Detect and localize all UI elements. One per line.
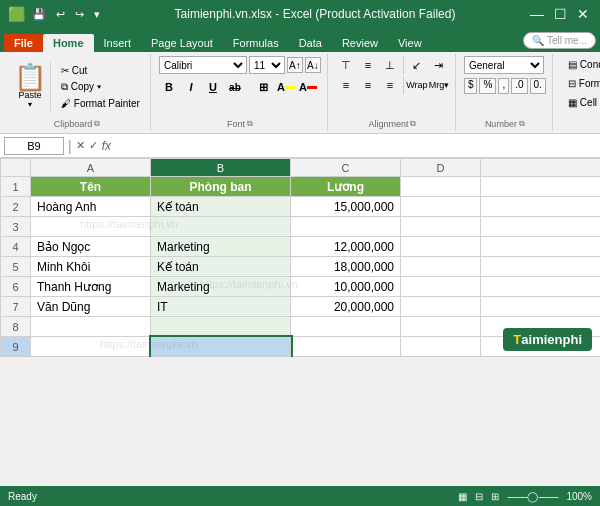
maximize-btn[interactable]: ☐ bbox=[551, 7, 570, 21]
format-as-table-button[interactable]: ⊟ Format as Table ▾ bbox=[561, 75, 600, 92]
align-middle-button[interactable]: ≡ bbox=[358, 56, 378, 74]
zoom-slider[interactable]: ——◯—— bbox=[507, 491, 558, 502]
cell-e4[interactable] bbox=[481, 237, 601, 257]
minimize-btn[interactable]: — bbox=[527, 7, 547, 21]
cell-b6[interactable]: Marketing bbox=[151, 277, 291, 297]
cell-e1[interactable] bbox=[481, 177, 601, 197]
cell-e2[interactable] bbox=[481, 197, 601, 217]
underline-button[interactable]: U bbox=[203, 78, 223, 96]
cell-d8[interactable] bbox=[401, 317, 481, 337]
cell-c8[interactable] bbox=[291, 317, 401, 337]
copy-button[interactable]: ⧉ Copy ▾ bbox=[57, 79, 144, 95]
quick-save[interactable]: 💾 bbox=[29, 7, 49, 22]
cell-b9[interactable] bbox=[151, 337, 291, 357]
confirm-btn[interactable]: ✓ bbox=[89, 139, 98, 152]
cancel-btn[interactable]: ✕ bbox=[76, 139, 85, 152]
cut-button[interactable]: ✂ Cut bbox=[57, 63, 144, 78]
cell-e6[interactable] bbox=[481, 277, 601, 297]
format-painter-button[interactable]: 🖌 Format Painter bbox=[57, 96, 144, 111]
cell-c4[interactable]: 12,000,000 bbox=[291, 237, 401, 257]
number-expand[interactable]: ⧉ bbox=[519, 119, 525, 129]
cell-b3[interactable] bbox=[151, 217, 291, 237]
indent-button[interactable]: ⇥ bbox=[429, 56, 449, 74]
cell-a8[interactable] bbox=[31, 317, 151, 337]
normal-view-btn[interactable]: ▦ bbox=[458, 491, 467, 502]
cell-c1[interactable]: Lương bbox=[291, 177, 401, 197]
tab-file[interactable]: File bbox=[4, 34, 43, 52]
col-header-c[interactable]: C bbox=[291, 159, 401, 177]
cell-a6[interactable]: Thanh Hương bbox=[31, 277, 151, 297]
cell-c6[interactable]: 10,000,000 bbox=[291, 277, 401, 297]
decimal-decrease-btn[interactable]: 0. bbox=[530, 78, 546, 94]
close-btn[interactable]: ✕ bbox=[574, 7, 592, 21]
col-header-e[interactable] bbox=[481, 159, 601, 177]
tab-data[interactable]: Data bbox=[289, 34, 332, 52]
formula-input[interactable] bbox=[115, 137, 596, 155]
cell-b7[interactable]: IT bbox=[151, 297, 291, 317]
cell-e5[interactable] bbox=[481, 257, 601, 277]
tab-insert[interactable]: Insert bbox=[94, 34, 142, 52]
cell-d4[interactable] bbox=[401, 237, 481, 257]
quick-redo[interactable]: ↪ bbox=[72, 7, 87, 22]
page-break-btn[interactable]: ⊞ bbox=[491, 491, 499, 502]
wrap-text-button[interactable]: Wrap bbox=[407, 76, 427, 94]
merge-button[interactable]: Mrg▾ bbox=[429, 76, 449, 94]
cell-a5[interactable]: Minh Khôi bbox=[31, 257, 151, 277]
col-header-d[interactable]: D bbox=[401, 159, 481, 177]
quick-undo[interactable]: ↩ bbox=[53, 7, 68, 22]
cell-b8[interactable] bbox=[151, 317, 291, 337]
cell-a7[interactable]: Văn Dũng bbox=[31, 297, 151, 317]
col-header-b[interactable]: B bbox=[151, 159, 291, 177]
tell-me-box[interactable]: 🔍 Tell me... bbox=[523, 32, 596, 49]
quick-customize[interactable]: ▾ bbox=[91, 7, 103, 22]
cell-d5[interactable] bbox=[401, 257, 481, 277]
font-increase-btn[interactable]: A↑ bbox=[287, 57, 303, 73]
font-color-button[interactable]: A bbox=[298, 78, 318, 96]
align-top-button[interactable]: ⊤ bbox=[336, 56, 356, 74]
cell-c3[interactable] bbox=[291, 217, 401, 237]
paste-dropdown[interactable]: ▾ bbox=[28, 100, 32, 109]
tab-review[interactable]: Review bbox=[332, 34, 388, 52]
cell-c9[interactable] bbox=[291, 337, 401, 357]
border-button[interactable]: ⊞ bbox=[254, 78, 274, 96]
text-direction-button[interactable]: ↙ bbox=[407, 56, 427, 74]
font-size-select[interactable]: 11 bbox=[249, 56, 285, 74]
strikethrough-button[interactable]: ab bbox=[225, 78, 245, 96]
cell-c5[interactable]: 18,000,000 bbox=[291, 257, 401, 277]
align-right-button[interactable]: ≡ bbox=[380, 76, 400, 94]
tab-page-layout[interactable]: Page Layout bbox=[141, 34, 223, 52]
alignment-expand[interactable]: ⧉ bbox=[410, 119, 416, 129]
col-header-a[interactable]: A bbox=[31, 159, 151, 177]
cell-b5[interactable]: Kế toán bbox=[151, 257, 291, 277]
number-format-select[interactable]: General bbox=[464, 56, 544, 74]
percent-button[interactable]: % bbox=[479, 78, 496, 94]
italic-button[interactable]: I bbox=[181, 78, 201, 96]
clipboard-expand[interactable]: ⧉ bbox=[94, 119, 100, 129]
page-layout-btn[interactable]: ⊟ bbox=[475, 491, 483, 502]
cell-c2[interactable]: 15,000,000 bbox=[291, 197, 401, 217]
cell-e7[interactable] bbox=[481, 297, 601, 317]
fill-color-button[interactable]: A bbox=[276, 78, 296, 96]
tab-view[interactable]: View bbox=[388, 34, 432, 52]
cell-reference-box[interactable] bbox=[4, 137, 64, 155]
align-left-button[interactable]: ≡ bbox=[336, 76, 356, 94]
cell-d7[interactable] bbox=[401, 297, 481, 317]
align-bottom-button[interactable]: ⊥ bbox=[380, 56, 400, 74]
cell-b4[interactable]: Marketing bbox=[151, 237, 291, 257]
cell-e3[interactable] bbox=[481, 217, 601, 237]
cell-b2[interactable]: Kế toán bbox=[151, 197, 291, 217]
cell-d9[interactable] bbox=[401, 337, 481, 357]
cell-d2[interactable] bbox=[401, 197, 481, 217]
paste-button[interactable]: 📋 Paste ▾ bbox=[10, 62, 51, 111]
cell-a2[interactable]: Hoàng Anh bbox=[31, 197, 151, 217]
cell-a4[interactable]: Bảo Ngọc bbox=[31, 237, 151, 257]
cell-a3[interactable] bbox=[31, 217, 151, 237]
font-expand[interactable]: ⧉ bbox=[247, 119, 253, 129]
currency-button[interactable]: $ bbox=[464, 78, 478, 94]
cell-styles-button[interactable]: ▦ Cell Styles ▾ bbox=[561, 94, 600, 111]
conditional-formatting-button[interactable]: ▤ Conditional Formatting ▾ bbox=[561, 56, 600, 73]
cell-d3[interactable] bbox=[401, 217, 481, 237]
tab-home[interactable]: Home bbox=[43, 34, 94, 52]
cell-a1[interactable]: Tên bbox=[31, 177, 151, 197]
decimal-increase-btn[interactable]: .0 bbox=[511, 78, 527, 94]
